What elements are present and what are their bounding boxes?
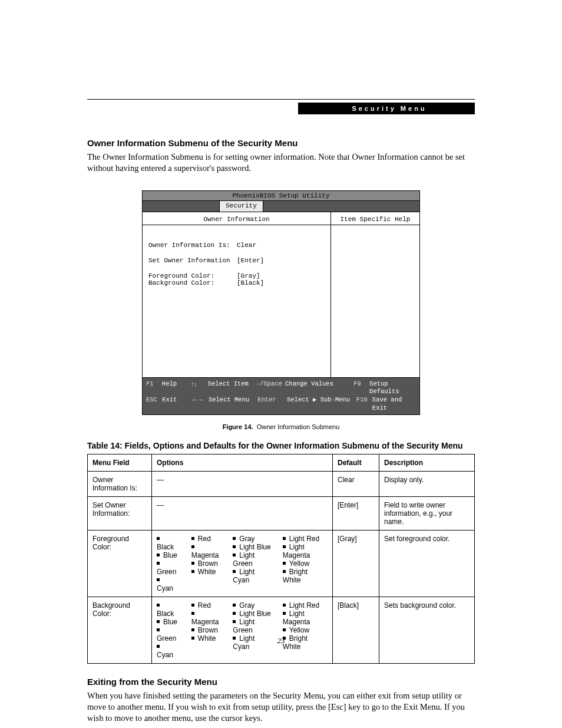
cell-desc: Field to write owner information, e.g., … [379,497,475,531]
act-save-exit: Save and Exit [372,396,416,412]
th-menu-field: Menu Field [88,454,152,472]
opt-item: Magenta [191,543,222,559]
bios-row-value: [Enter] [237,257,264,264]
th-options: Options [152,454,333,472]
cell-field: Foreground Color: [88,531,152,597]
cell-desc: Sets background color. [379,597,475,664]
section-2-paragraph: When you have finished setting the param… [87,690,475,724]
cell-desc: Display only. [379,472,475,497]
bios-row-label: Background Color: [148,279,237,286]
bios-key-footer: F1 Help ↑↓ Select Item -/Space Change Va… [143,377,419,415]
figure-caption-text: Owner Information Submenu [257,423,340,430]
opt-item: Green [157,559,180,576]
section-1-title: Owner Information Submenu of the Securit… [87,138,475,148]
key-updown: ↑↓ [191,380,208,396]
act-select-item: Select Item [208,380,256,396]
act-setup-defaults: Setup Defaults [369,380,416,396]
opt-item: Brown [191,559,222,568]
cell-field: Set Owner Information: [88,497,152,531]
opt-item: Bright White [283,568,328,584]
bios-row-label: Foreground Color: [148,272,237,279]
cell-field: Background Color: [88,597,152,664]
bios-row-value: Clear [237,242,256,249]
section-1-paragraph: The Owner Information Submenu is for set… [87,151,475,174]
key-f9: F9 [353,380,369,396]
opt-item: Light Red [283,535,328,543]
opt-item: Gray [233,601,271,610]
act-change-values: Change Values [285,380,353,396]
top-rule [87,99,475,100]
bios-tab-security: Security [219,201,263,212]
breadcrumb: Security Menu [87,103,475,114]
bios-row-value: [Gray] [237,272,260,279]
opt-item: Light Red [283,601,328,610]
cell-desc: Set foreground color. [379,531,475,597]
bios-row-label: Owner Information Is: [148,242,237,249]
opt-item: Red [191,535,222,543]
options-table: Menu Field Options Default Description O… [87,454,475,664]
opt-item: Gray [233,535,271,543]
th-default: Default [333,454,379,472]
breadcrumb-label: Security Menu [298,103,475,114]
key-enter: Enter [257,396,287,412]
figure-label: Figure 14. [223,423,253,430]
opt-item: Light Magenta [283,543,328,559]
cell-default: [Enter] [333,497,379,531]
table-row: Owner Information Is: — Clear Display on… [88,472,475,497]
th-description: Description [379,454,475,472]
cell-default: [Gray] [333,531,379,597]
key-esc: ESC [146,396,162,412]
opt-item: Yellow [283,626,328,634]
cell-default: Clear [333,472,379,497]
bios-help-title: Item Specific Help [331,216,419,225]
opt-item: Blue [157,618,180,626]
bios-row-label: Set Owner Information [148,257,237,264]
table-title: Table 14: Fields, Options and Defaults f… [87,441,475,450]
opt-item: Light Green [233,618,271,634]
opt-item: Light Cyan [233,568,271,584]
opt-item: Light Magenta [283,610,328,626]
opt-item: Light Blue [233,610,271,618]
section-2-title: Exiting from the Security Menu [87,677,475,687]
opt-item: Red [191,601,222,610]
opt-item: Blue [157,551,180,559]
bios-row-value: [Black] [237,279,264,286]
opt-item: White [191,568,222,576]
key-f10: F10 [356,396,372,412]
bios-tab-bar: Security [143,201,419,212]
cell-options: — [152,497,333,531]
opt-item: Light Green [233,551,271,568]
opt-item: Light Blue [233,543,271,551]
table-row: Set Owner Information: — [Enter] Field t… [88,497,475,531]
cell-options: Black Blue Green Cyan Red Magenta Brown … [152,597,333,664]
opt-item: Black [157,601,180,618]
cell-field: Owner Information Is: [88,472,152,497]
opt-item: Cyan [157,576,180,592]
table-row: Foreground Color: Black Blue Green Cyan … [88,531,475,597]
cell-options: Black Blue Green Cyan Red Magenta Brown … [152,531,333,597]
opt-item: Black [157,535,180,551]
opt-item: Brown [191,626,222,634]
act-help: Help [162,380,191,396]
bios-utility-title: PhoenixBIOS Setup Utility [143,191,419,201]
key-leftright: ←→ [191,396,209,412]
cell-default: [Black] [333,597,379,664]
table-row: Background Color: Black Blue Green Cyan … [88,597,475,664]
key-f1: F1 [146,380,162,396]
bios-left-panel: Owner Information Owner Information Is: … [143,212,331,377]
cell-options: — [152,472,333,497]
opt-item: Yellow [283,559,328,568]
act-select-submenu: Select ▶ Sub-Menu [287,396,356,412]
page-number: 23 [0,636,562,645]
act-exit: Exit [162,396,191,412]
opt-item: Magenta [191,610,222,626]
bios-help-panel: Item Specific Help [331,212,419,377]
bios-screenshot: PhoenixBIOS Setup Utility Security Owner… [142,190,420,416]
bios-panel-title: Owner Information [143,216,330,225]
figure-caption: Figure 14. Owner Information Submenu [87,423,475,430]
key-minus-space: -/Space [256,380,285,396]
act-select-menu: Select Menu [209,396,257,412]
